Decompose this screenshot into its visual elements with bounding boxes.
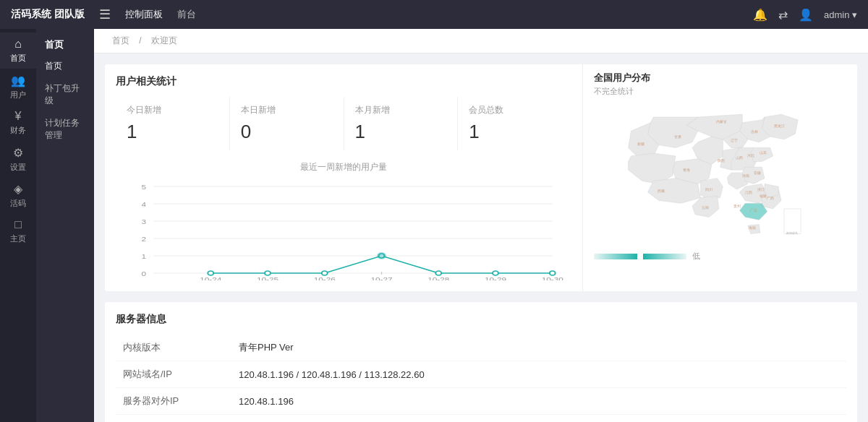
stat-total: 会员总数 1 <box>458 97 571 150</box>
map-title: 全国用户分布 <box>594 72 846 85</box>
svg-text:山东: 山东 <box>760 150 767 155</box>
sidebar-sub-item-patch[interactable]: 补丁包升级 <box>36 77 94 112</box>
stat-day-value: 0 <box>241 121 333 143</box>
svg-text:0: 0 <box>141 270 146 277</box>
sidebar: ⌂ 首页 👥 用户 ¥ 财务 ⚙ 设置 ◈ 活码 □ 主页 <box>0 29 94 422</box>
server-row-label-0: 内核版本 <box>116 335 231 361</box>
svg-text:内蒙古: 内蒙古 <box>716 119 727 124</box>
map-legend-low: 低 <box>692 251 700 262</box>
server-row-label-3: 服务器所在地 <box>116 415 231 423</box>
stat-today-label: 今日新增 <box>127 104 218 116</box>
sidebar-sub-item-home[interactable]: 首页 <box>36 55 94 77</box>
svg-text:10-28: 10-28 <box>427 275 449 280</box>
svg-text:江西: 江西 <box>746 191 753 194</box>
page-content: 用户相关统计 今日新增 1 本日新增 0 本月新增 1 <box>94 53 868 422</box>
svg-text:西藏: 西藏 <box>658 189 665 193</box>
server-row-value-3: 北京市 标准 <box>231 415 846 423</box>
admin-label[interactable]: admin ▾ <box>824 9 857 20</box>
svg-text:山西: 山西 <box>736 155 743 160</box>
top-nav-right: 🔔 ⇄ 👤 admin ▾ <box>753 8 857 22</box>
svg-text:10-30: 10-30 <box>542 275 563 280</box>
sidebar-item-home-label: 首页 <box>10 53 26 64</box>
svg-text:2: 2 <box>141 235 146 242</box>
svg-text:河北: 河北 <box>747 153 754 158</box>
svg-point-32 <box>550 271 556 275</box>
svg-text:10-27: 10-27 <box>370 275 392 280</box>
svg-text:10-26: 10-26 <box>314 275 336 280</box>
home-icon: ⌂ <box>14 38 22 51</box>
svg-point-30 <box>435 271 441 275</box>
svg-text:南海诸岛: 南海诸岛 <box>787 231 799 235</box>
server-table: 内核版本 青年PHP Ver 网站域名/IP 120.48.1.196 / 12… <box>116 335 846 422</box>
map-subtitle: 不完全统计 <box>594 86 846 97</box>
svg-text:海南: 海南 <box>749 225 756 230</box>
table-row: 网站域名/IP 120.48.1.196 / 120.48.1.196 / 11… <box>116 361 846 388</box>
svg-point-31 <box>493 271 498 275</box>
sidebar-item-home[interactable]: ⌂ 首页 <box>0 33 36 69</box>
sidebar-item-main[interactable]: □ 主页 <box>0 213 36 249</box>
bell-icon[interactable]: 🔔 <box>753 8 767 22</box>
breadcrumb: 首页 / 欢迎页 <box>94 29 868 53</box>
svg-text:黑龙江: 黑龙江 <box>774 124 785 128</box>
svg-text:10-24: 10-24 <box>200 275 221 280</box>
app-logo: 活码系统 团队版 <box>11 8 85 21</box>
svg-text:辽宁: 辽宁 <box>731 138 739 142</box>
svg-text:10-29: 10-29 <box>485 275 506 280</box>
sidebar-item-code-label: 活码 <box>10 198 26 209</box>
breadcrumb-home[interactable]: 首页 <box>112 35 129 46</box>
chart-title: 最近一周新增的用户量 <box>116 161 571 173</box>
svg-text:青海: 青海 <box>683 168 690 172</box>
settings-icon: ⚙ <box>13 146 23 160</box>
nav-frontend[interactable]: 前台 <box>177 8 196 21</box>
content-area: 首页 / 欢迎页 用户相关统计 今日新增 1 本日新增 0 <box>94 29 868 422</box>
stat-month-label: 本月新增 <box>355 104 447 116</box>
stats-title: 用户相关统计 <box>116 75 571 88</box>
legend-gradient-high <box>643 254 686 259</box>
svg-text:广东: 广东 <box>750 208 757 212</box>
stat-total-label: 会员总数 <box>469 104 561 116</box>
stat-total-value: 1 <box>469 121 561 143</box>
sidebar-item-code[interactable]: ◈ 活码 <box>0 177 36 213</box>
chart-svg: 5 4 3 2 1 0 <box>116 179 571 280</box>
breadcrumb-current: 欢迎页 <box>151 35 177 46</box>
sidebar-item-finance[interactable]: ¥ 财务 <box>0 105 36 141</box>
svg-text:4: 4 <box>141 200 146 207</box>
svg-text:贵州: 贵州 <box>733 204 741 208</box>
table-row: 内核版本 青年PHP Ver <box>116 335 846 361</box>
stat-day: 本日新增 0 <box>230 97 344 150</box>
server-row-value-2: 120.48.1.196 <box>231 388 846 415</box>
menu-icon[interactable]: ☰ <box>99 7 111 22</box>
server-row-label-2: 服务器对外IP <box>116 388 231 415</box>
sidebar-item-settings[interactable]: ⚙ 设置 <box>0 141 36 177</box>
svg-text:安徽: 安徽 <box>754 171 761 175</box>
map-legend: 低 <box>594 251 846 262</box>
users-icon: 👥 <box>11 74 25 87</box>
table-row: 服务器所在地 北京市 标准 <box>116 415 846 423</box>
svg-point-27 <box>265 271 271 275</box>
sidebar-main: ⌂ 首页 👥 用户 ¥ 财务 ⚙ 设置 ◈ 活码 □ 主页 <box>0 29 36 422</box>
swap-icon[interactable]: ⇄ <box>778 8 788 22</box>
sidebar-item-users-label: 用户 <box>10 90 26 100</box>
stat-today-value: 1 <box>127 121 218 143</box>
legend-gradient-low <box>594 254 637 259</box>
user-icon[interactable]: 👤 <box>799 8 813 22</box>
stat-month: 本月新增 1 <box>344 97 459 150</box>
stats-map-section: 用户相关统计 今日新增 1 本日新增 0 本月新增 1 <box>105 64 857 291</box>
svg-text:10-25: 10-25 <box>257 275 278 280</box>
nav-dashboard[interactable]: 控制面板 <box>125 8 163 21</box>
svg-text:云南: 云南 <box>702 205 709 210</box>
sidebar-sub-item-tasks[interactable]: 计划任务管理 <box>36 112 94 147</box>
stat-month-value: 1 <box>355 121 447 143</box>
top-nav: 活码系统 团队版 ☰ 控制面板 前台 🔔 ⇄ 👤 admin ▾ <box>0 0 868 29</box>
stats-section: 用户相关统计 今日新增 1 本日新增 0 本月新增 1 <box>105 64 582 291</box>
chart-container: 5 4 3 2 1 0 <box>116 179 571 280</box>
svg-text:浙江: 浙江 <box>757 187 765 191</box>
finance-icon: ¥ <box>15 110 22 123</box>
sidebar-item-users[interactable]: 👥 用户 <box>0 69 36 105</box>
stat-cards: 今日新增 1 本日新增 0 本月新增 1 会员总数 <box>116 97 571 150</box>
svg-point-33 <box>377 252 386 259</box>
svg-text:3: 3 <box>141 218 146 225</box>
svg-text:陕西: 陕西 <box>718 158 725 163</box>
server-row-value-0: 青年PHP Ver <box>231 335 846 361</box>
server-section-title: 服务器信息 <box>116 313 846 326</box>
